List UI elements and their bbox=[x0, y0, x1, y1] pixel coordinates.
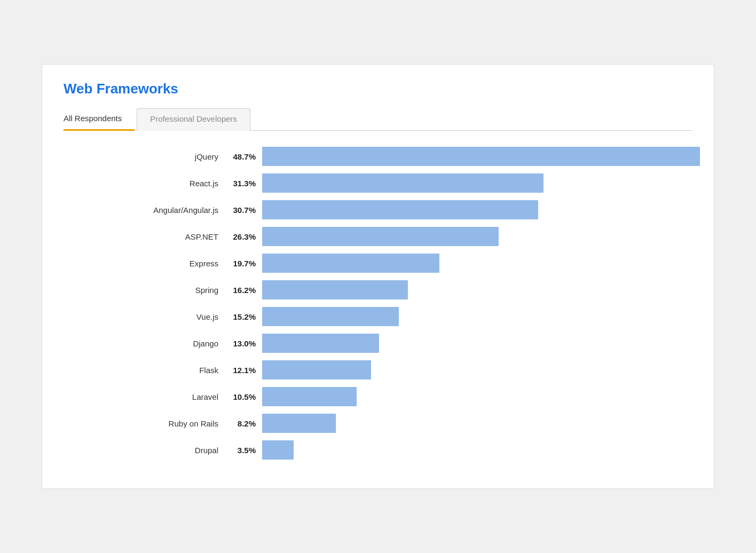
bar-container bbox=[262, 414, 692, 433]
framework-name: Flask bbox=[199, 366, 218, 375]
framework-name: React.js bbox=[190, 179, 218, 188]
bar-container bbox=[262, 360, 692, 380]
bar bbox=[262, 147, 700, 166]
chart-row: Angular/Angular.js 30.7% bbox=[64, 200, 692, 219]
bar-container bbox=[262, 200, 692, 219]
bar bbox=[262, 200, 538, 219]
framework-pct: 10.5% bbox=[224, 392, 256, 401]
tab-professional-developers[interactable]: Professional Developers bbox=[137, 108, 250, 131]
label-group: Laravel 10.5% bbox=[64, 392, 256, 401]
bar bbox=[262, 173, 544, 193]
bar-container bbox=[262, 307, 692, 326]
bar-container bbox=[262, 147, 700, 166]
chart-row: Laravel 10.5% bbox=[64, 387, 692, 406]
bar-container bbox=[262, 173, 692, 193]
framework-pct: 16.2% bbox=[224, 286, 256, 295]
label-group: ASP.NET 26.3% bbox=[64, 232, 256, 241]
label-group: Flask 12.1% bbox=[64, 366, 256, 375]
label-group: Drupal 3.5% bbox=[64, 446, 256, 455]
chart-row: Spring 16.2% bbox=[64, 280, 692, 299]
framework-name: Drupal bbox=[195, 446, 218, 455]
bar bbox=[262, 334, 379, 353]
main-card: Web Frameworks All Respondents Professio… bbox=[42, 64, 714, 489]
tabs-container: All Respondents Professional Developers bbox=[64, 108, 692, 131]
label-group: React.js 31.3% bbox=[64, 179, 256, 188]
chart-row: Express 19.7% bbox=[64, 254, 692, 273]
framework-pct: 12.1% bbox=[224, 366, 256, 375]
framework-name: Express bbox=[190, 259, 218, 268]
bar bbox=[262, 280, 408, 299]
bar-container bbox=[262, 280, 692, 299]
label-group: Django 13.0% bbox=[64, 339, 256, 348]
chart-row: ASP.NET 26.3% bbox=[64, 227, 692, 246]
bar bbox=[262, 360, 371, 380]
page-title: Web Frameworks bbox=[64, 81, 692, 97]
chart-area: jQuery 48.7% React.js 31.3% Angular/Angu… bbox=[64, 147, 692, 460]
bar-container bbox=[262, 387, 692, 406]
label-group: Spring 16.2% bbox=[64, 286, 256, 295]
framework-pct: 13.0% bbox=[224, 339, 256, 348]
framework-pct: 31.3% bbox=[224, 179, 256, 188]
chart-row: Vue.js 15.2% bbox=[64, 307, 692, 326]
framework-pct: 48.7% bbox=[224, 152, 256, 161]
bar bbox=[262, 254, 439, 273]
chart-row: Django 13.0% bbox=[64, 334, 692, 353]
bar bbox=[262, 387, 357, 406]
chart-row: React.js 31.3% bbox=[64, 173, 692, 193]
framework-pct: 15.2% bbox=[224, 312, 256, 321]
label-group: jQuery 48.7% bbox=[64, 152, 256, 161]
framework-name: Vue.js bbox=[196, 312, 218, 321]
framework-pct: 26.3% bbox=[224, 232, 256, 241]
chart-row: jQuery 48.7% bbox=[64, 147, 692, 166]
framework-name: Spring bbox=[195, 286, 218, 295]
label-group: Vue.js 15.2% bbox=[64, 312, 256, 321]
chart-row: Ruby on Rails 8.2% bbox=[64, 414, 692, 433]
bar bbox=[262, 414, 336, 433]
label-group: Express 19.7% bbox=[64, 259, 256, 268]
framework-name: ASP.NET bbox=[185, 232, 218, 241]
chart-row: Drupal 3.5% bbox=[64, 440, 692, 460]
label-group: Angular/Angular.js 30.7% bbox=[64, 206, 256, 215]
framework-name: Laravel bbox=[192, 392, 218, 401]
tab-all-respondents[interactable]: All Respondents bbox=[64, 108, 135, 131]
framework-name: Django bbox=[193, 339, 218, 348]
chart-row: Flask 12.1% bbox=[64, 360, 692, 380]
framework-pct: 8.2% bbox=[224, 419, 256, 428]
framework-pct: 30.7% bbox=[224, 206, 256, 215]
framework-pct: 3.5% bbox=[224, 446, 256, 455]
bar-container bbox=[262, 334, 692, 353]
bar bbox=[262, 440, 294, 460]
label-group: Ruby on Rails 8.2% bbox=[64, 419, 256, 428]
framework-name: Ruby on Rails bbox=[169, 419, 218, 428]
bar-container bbox=[262, 254, 692, 273]
framework-name: jQuery bbox=[195, 152, 218, 161]
bar-container bbox=[262, 440, 692, 460]
bar bbox=[262, 227, 499, 246]
framework-pct: 19.7% bbox=[224, 259, 256, 268]
bar bbox=[262, 307, 399, 326]
framework-name: Angular/Angular.js bbox=[153, 206, 218, 215]
bar-container bbox=[262, 227, 692, 246]
